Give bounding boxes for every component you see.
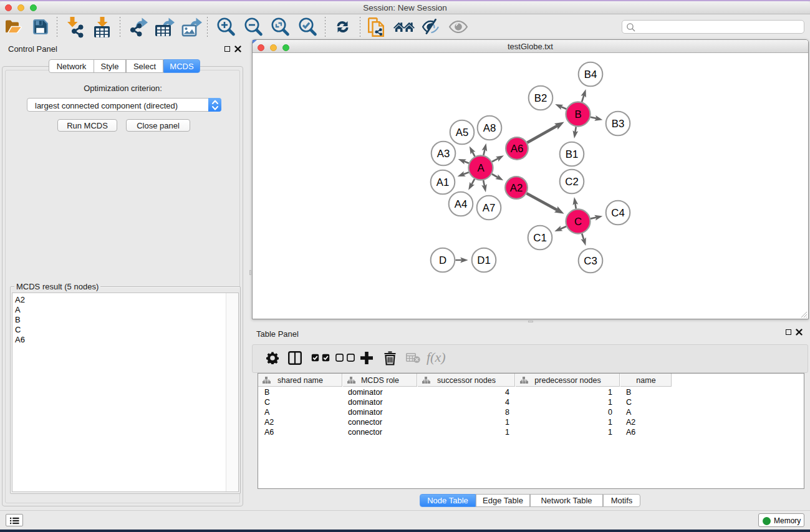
svg-text:A8: A8 [483,122,496,134]
svg-text:C2: C2 [565,176,578,188]
svg-text:A5: A5 [456,127,469,138]
svg-text:A6: A6 [511,143,524,155]
svg-text:B2: B2 [534,92,547,104]
svg-text:C3: C3 [584,255,597,267]
svg-text:C4: C4 [611,207,624,219]
svg-text:B4: B4 [584,69,597,80]
svg-text:A4: A4 [455,198,468,210]
svg-text:A2: A2 [510,182,523,194]
svg-text:A1: A1 [436,177,450,188]
svg-text:B: B [574,109,581,120]
svg-text:C: C [574,216,582,228]
svg-text:D: D [439,254,446,266]
svg-text:A: A [477,162,485,174]
svg-text:B1: B1 [566,148,579,160]
svg-text:D1: D1 [477,254,490,266]
svg-text:A3: A3 [437,148,450,160]
svg-text:C1: C1 [533,232,546,244]
svg-text:A7: A7 [483,202,496,214]
svg-text:B3: B3 [612,118,625,130]
